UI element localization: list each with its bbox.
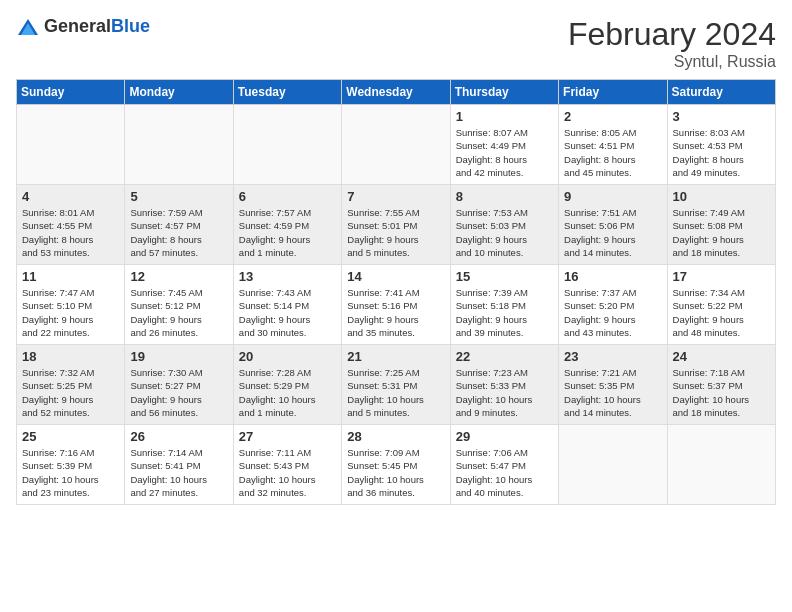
day-info: Sunrise: 7:30 AM Sunset: 5:27 PM Dayligh… (130, 366, 227, 419)
logo-general: General (44, 16, 111, 36)
calendar-day-cell: 19Sunrise: 7:30 AM Sunset: 5:27 PM Dayli… (125, 345, 233, 425)
calendar-day-cell: 16Sunrise: 7:37 AM Sunset: 5:20 PM Dayli… (559, 265, 667, 345)
day-info: Sunrise: 8:07 AM Sunset: 4:49 PM Dayligh… (456, 126, 553, 179)
day-number: 19 (130, 349, 227, 364)
header-tuesday: Tuesday (233, 80, 341, 105)
day-info: Sunrise: 7:23 AM Sunset: 5:33 PM Dayligh… (456, 366, 553, 419)
day-number: 27 (239, 429, 336, 444)
calendar-week-row: 4Sunrise: 8:01 AM Sunset: 4:55 PM Daylig… (17, 185, 776, 265)
calendar-day-cell: 23Sunrise: 7:21 AM Sunset: 5:35 PM Dayli… (559, 345, 667, 425)
day-info: Sunrise: 7:34 AM Sunset: 5:22 PM Dayligh… (673, 286, 770, 339)
day-info: Sunrise: 7:39 AM Sunset: 5:18 PM Dayligh… (456, 286, 553, 339)
calendar-day-cell: 26Sunrise: 7:14 AM Sunset: 5:41 PM Dayli… (125, 425, 233, 505)
calendar-day-cell: 24Sunrise: 7:18 AM Sunset: 5:37 PM Dayli… (667, 345, 775, 425)
logo: GeneralBlue (16, 16, 150, 37)
day-info: Sunrise: 7:06 AM Sunset: 5:47 PM Dayligh… (456, 446, 553, 499)
day-number: 10 (673, 189, 770, 204)
day-number: 12 (130, 269, 227, 284)
day-info: Sunrise: 7:18 AM Sunset: 5:37 PM Dayligh… (673, 366, 770, 419)
calendar-day-cell: 4Sunrise: 8:01 AM Sunset: 4:55 PM Daylig… (17, 185, 125, 265)
calendar-day-cell: 28Sunrise: 7:09 AM Sunset: 5:45 PM Dayli… (342, 425, 450, 505)
calendar-week-row: 11Sunrise: 7:47 AM Sunset: 5:10 PM Dayli… (17, 265, 776, 345)
day-number: 23 (564, 349, 661, 364)
day-info: Sunrise: 7:28 AM Sunset: 5:29 PM Dayligh… (239, 366, 336, 419)
calendar-day-cell: 10Sunrise: 7:49 AM Sunset: 5:08 PM Dayli… (667, 185, 775, 265)
day-info: Sunrise: 8:05 AM Sunset: 4:51 PM Dayligh… (564, 126, 661, 179)
day-number: 5 (130, 189, 227, 204)
day-number: 6 (239, 189, 336, 204)
calendar-day-cell: 27Sunrise: 7:11 AM Sunset: 5:43 PM Dayli… (233, 425, 341, 505)
day-number: 18 (22, 349, 119, 364)
day-info: Sunrise: 7:09 AM Sunset: 5:45 PM Dayligh… (347, 446, 444, 499)
calendar-header-row: SundayMondayTuesdayWednesdayThursdayFrid… (17, 80, 776, 105)
day-info: Sunrise: 7:59 AM Sunset: 4:57 PM Dayligh… (130, 206, 227, 259)
day-number: 11 (22, 269, 119, 284)
location-subtitle: Syntul, Russia (568, 53, 776, 71)
day-info: Sunrise: 7:21 AM Sunset: 5:35 PM Dayligh… (564, 366, 661, 419)
calendar-day-cell: 25Sunrise: 7:16 AM Sunset: 5:39 PM Dayli… (17, 425, 125, 505)
day-number: 20 (239, 349, 336, 364)
header-wednesday: Wednesday (342, 80, 450, 105)
day-number: 22 (456, 349, 553, 364)
calendar-day-cell: 12Sunrise: 7:45 AM Sunset: 5:12 PM Dayli… (125, 265, 233, 345)
calendar-day-cell (342, 105, 450, 185)
calendar-day-cell: 29Sunrise: 7:06 AM Sunset: 5:47 PM Dayli… (450, 425, 558, 505)
day-info: Sunrise: 7:32 AM Sunset: 5:25 PM Dayligh… (22, 366, 119, 419)
day-info: Sunrise: 7:16 AM Sunset: 5:39 PM Dayligh… (22, 446, 119, 499)
day-number: 4 (22, 189, 119, 204)
day-number: 7 (347, 189, 444, 204)
day-number: 26 (130, 429, 227, 444)
calendar-day-cell: 22Sunrise: 7:23 AM Sunset: 5:33 PM Dayli… (450, 345, 558, 425)
header-monday: Monday (125, 80, 233, 105)
calendar-day-cell (233, 105, 341, 185)
calendar-day-cell: 7Sunrise: 7:55 AM Sunset: 5:01 PM Daylig… (342, 185, 450, 265)
calendar-day-cell: 5Sunrise: 7:59 AM Sunset: 4:57 PM Daylig… (125, 185, 233, 265)
day-number: 28 (347, 429, 444, 444)
day-info: Sunrise: 7:57 AM Sunset: 4:59 PM Dayligh… (239, 206, 336, 259)
calendar-day-cell: 21Sunrise: 7:25 AM Sunset: 5:31 PM Dayli… (342, 345, 450, 425)
calendar-day-cell: 14Sunrise: 7:41 AM Sunset: 5:16 PM Dayli… (342, 265, 450, 345)
calendar-day-cell: 8Sunrise: 7:53 AM Sunset: 5:03 PM Daylig… (450, 185, 558, 265)
calendar-day-cell (125, 105, 233, 185)
day-number: 3 (673, 109, 770, 124)
calendar-day-cell (667, 425, 775, 505)
page-header: GeneralBlue February 2024 Syntul, Russia (16, 16, 776, 71)
title-area: February 2024 Syntul, Russia (568, 16, 776, 71)
day-info: Sunrise: 7:11 AM Sunset: 5:43 PM Dayligh… (239, 446, 336, 499)
header-sunday: Sunday (17, 80, 125, 105)
day-number: 29 (456, 429, 553, 444)
calendar-day-cell: 9Sunrise: 7:51 AM Sunset: 5:06 PM Daylig… (559, 185, 667, 265)
day-number: 2 (564, 109, 661, 124)
calendar-day-cell: 13Sunrise: 7:43 AM Sunset: 5:14 PM Dayli… (233, 265, 341, 345)
day-number: 1 (456, 109, 553, 124)
day-number: 14 (347, 269, 444, 284)
calendar-day-cell: 2Sunrise: 8:05 AM Sunset: 4:51 PM Daylig… (559, 105, 667, 185)
calendar-day-cell: 17Sunrise: 7:34 AM Sunset: 5:22 PM Dayli… (667, 265, 775, 345)
calendar-week-row: 18Sunrise: 7:32 AM Sunset: 5:25 PM Dayli… (17, 345, 776, 425)
day-info: Sunrise: 7:53 AM Sunset: 5:03 PM Dayligh… (456, 206, 553, 259)
day-info: Sunrise: 8:03 AM Sunset: 4:53 PM Dayligh… (673, 126, 770, 179)
day-info: Sunrise: 7:41 AM Sunset: 5:16 PM Dayligh… (347, 286, 444, 339)
header-friday: Friday (559, 80, 667, 105)
day-number: 21 (347, 349, 444, 364)
day-number: 25 (22, 429, 119, 444)
calendar-day-cell: 3Sunrise: 8:03 AM Sunset: 4:53 PM Daylig… (667, 105, 775, 185)
calendar-day-cell (559, 425, 667, 505)
calendar-day-cell: 15Sunrise: 7:39 AM Sunset: 5:18 PM Dayli… (450, 265, 558, 345)
calendar-day-cell (17, 105, 125, 185)
day-info: Sunrise: 7:37 AM Sunset: 5:20 PM Dayligh… (564, 286, 661, 339)
calendar-week-row: 1Sunrise: 8:07 AM Sunset: 4:49 PM Daylig… (17, 105, 776, 185)
day-number: 8 (456, 189, 553, 204)
day-number: 24 (673, 349, 770, 364)
calendar-day-cell: 1Sunrise: 8:07 AM Sunset: 4:49 PM Daylig… (450, 105, 558, 185)
month-year-title: February 2024 (568, 16, 776, 53)
calendar-week-row: 25Sunrise: 7:16 AM Sunset: 5:39 PM Dayli… (17, 425, 776, 505)
day-info: Sunrise: 7:47 AM Sunset: 5:10 PM Dayligh… (22, 286, 119, 339)
header-thursday: Thursday (450, 80, 558, 105)
calendar-day-cell: 11Sunrise: 7:47 AM Sunset: 5:10 PM Dayli… (17, 265, 125, 345)
day-info: Sunrise: 7:43 AM Sunset: 5:14 PM Dayligh… (239, 286, 336, 339)
calendar-day-cell: 6Sunrise: 7:57 AM Sunset: 4:59 PM Daylig… (233, 185, 341, 265)
day-info: Sunrise: 7:49 AM Sunset: 5:08 PM Dayligh… (673, 206, 770, 259)
day-info: Sunrise: 7:25 AM Sunset: 5:31 PM Dayligh… (347, 366, 444, 419)
calendar-day-cell: 18Sunrise: 7:32 AM Sunset: 5:25 PM Dayli… (17, 345, 125, 425)
